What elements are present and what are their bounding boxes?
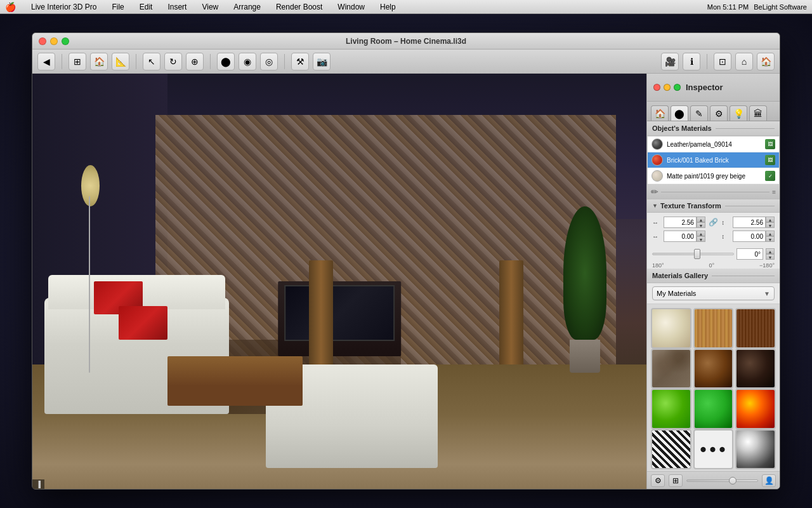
menu-render-boost[interactable]: Render Boost — [273, 3, 325, 11]
circle-tool-button[interactable]: ◎ — [260, 53, 278, 70]
tex-offsetx-stepper[interactable]: ▲ ▼ — [697, 231, 705, 242]
rotation-down[interactable]: ▼ — [766, 254, 775, 260]
material-name-brick: Brick/001 Baked Brick — [667, 157, 761, 164]
info-button[interactable]: ℹ — [683, 53, 700, 70]
tab-light[interactable]: 💡 — [730, 105, 747, 121]
furniture-button[interactable]: 🏠 — [90, 53, 108, 70]
tab-object[interactable]: 🏠 — [651, 105, 669, 121]
window-maximize-button[interactable] — [62, 37, 69, 45]
tex-height-stepper[interactable]: ▲ ▼ — [766, 217, 775, 228]
apple-logo[interactable]: 🍎 — [5, 2, 16, 12]
rotation-up[interactable]: ▲ — [766, 248, 775, 254]
texture-width-row: ↔ ▲ ▼ 🔗 ↕ — [652, 217, 775, 228]
gallery-info-button[interactable]: 👤 — [762, 474, 776, 487]
texture-transform-header[interactable]: ▼ Texture Transform — [647, 199, 780, 213]
gallery-material-fire[interactable] — [735, 389, 776, 429]
tex-offsety-input[interactable] — [733, 231, 766, 242]
menu-view[interactable]: View — [199, 3, 221, 11]
materials-list[interactable]: Leather/pamela_09014 🖼 Brick/001 Baked B… — [647, 136, 780, 185]
view-2d-button[interactable]: ⊡ — [714, 53, 731, 70]
build-tool-button[interactable]: ⚒ — [291, 53, 309, 70]
tex-link-icon[interactable]: 🔗 — [708, 217, 719, 228]
move-tool-button[interactable]: ⊕ — [186, 53, 204, 70]
gallery-material-dark-sphere[interactable] — [735, 349, 776, 389]
material-item-brick[interactable]: Brick/001 Baked Brick 🖼 — [648, 152, 779, 168]
window-minimize-button[interactable] — [50, 37, 58, 45]
view-3d-button[interactable]: ⌂ — [735, 53, 753, 70]
menu-dots-icon[interactable]: ≡ — [772, 189, 776, 196]
gallery-material-spots[interactable] — [693, 429, 734, 470]
ring-tool-button[interactable]: ◉ — [239, 53, 256, 70]
gallery-material-stone[interactable] — [651, 349, 691, 389]
tex-offsetx-up[interactable]: ▲ — [697, 231, 705, 236]
gallery-size-slider-thumb[interactable] — [729, 477, 737, 485]
tex-width-stepper[interactable]: ▲ ▼ — [697, 217, 705, 228]
tab-settings[interactable]: ⚙ — [710, 105, 728, 121]
material-icon-matte: ✓ — [765, 171, 775, 181]
tex-width-up[interactable]: ▲ — [697, 217, 705, 222]
main-toolbar: ◀ ⊞ 🏠 📐 ↖ ↻ ⊕ ⬤ ◉ ◎ ⚒ 📷 🎥 ℹ ⊡ ⌂ 🏠 — [32, 50, 780, 74]
tex-offsetx-input[interactable] — [664, 231, 697, 242]
screenshot-button[interactable]: 📷 — [313, 53, 331, 70]
gallery-grid-button[interactable]: ⊞ — [669, 474, 683, 487]
tex-height-input[interactable] — [733, 217, 766, 228]
tv-unit — [278, 281, 401, 356]
tab-arch[interactable]: 🏛 — [749, 105, 767, 121]
menu-file[interactable]: File — [109, 3, 126, 11]
inspector-min-button[interactable] — [664, 84, 671, 91]
gallery-material-brown-sphere[interactable] — [693, 349, 734, 389]
tex-offsety-stepper[interactable]: ▲ ▼ — [766, 231, 775, 242]
tab-material[interactable]: ⬤ — [671, 105, 688, 121]
pen-icon[interactable]: ✏ — [651, 187, 658, 197]
gallery-material-green-dark[interactable] — [693, 389, 734, 429]
3d-viewport[interactable]: ▐ — [32, 74, 646, 489]
rotation-slider-track[interactable] — [652, 253, 734, 255]
inspector-close-button[interactable] — [653, 84, 660, 91]
tex-height-up[interactable]: ▲ — [766, 217, 775, 222]
tex-width-icon: ↔ — [652, 219, 661, 226]
gallery-settings-button[interactable]: ⚙ — [651, 474, 665, 487]
window-close-button[interactable] — [39, 37, 46, 45]
sphere-tool-button[interactable]: ⬤ — [217, 53, 235, 70]
menu-arrange[interactable]: Arrange — [231, 3, 263, 11]
tex-width-down[interactable]: ▼ — [697, 222, 705, 228]
tex-height-down[interactable]: ▼ — [766, 222, 775, 228]
render-button[interactable]: 🎥 — [661, 53, 679, 70]
menu-help[interactable]: Help — [377, 3, 398, 11]
tex-width-input[interactable] — [664, 217, 697, 228]
gallery-material-cream[interactable] — [651, 308, 691, 349]
gallery-material-green-light[interactable] — [651, 389, 691, 429]
rotation-slider-thumb[interactable] — [694, 249, 700, 259]
gallery-material-zebra[interactable] — [651, 429, 691, 470]
tex-offsety-group: ▲ ▼ — [733, 231, 775, 242]
gallery-material-wood-light[interactable] — [693, 308, 734, 349]
tex-offsetx-down[interactable]: ▼ — [697, 236, 705, 242]
gallery-material-wood-dark[interactable] — [735, 308, 776, 349]
texture-transform-label: Texture Transform — [660, 202, 721, 210]
tab-edit[interactable]: ✎ — [690, 105, 708, 121]
dimensions-button[interactable]: 📐 — [112, 53, 129, 70]
toolbar-sep-4 — [284, 54, 285, 69]
menu-edit[interactable]: Edit — [137, 3, 155, 11]
menu-insert[interactable]: Insert — [165, 3, 189, 11]
tex-offsety-up[interactable]: ▲ — [766, 231, 775, 236]
inspector-zoom-button[interactable] — [674, 84, 681, 91]
menu-app-name[interactable]: Live Interior 3D Pro — [29, 3, 99, 11]
material-item-matte[interactable]: Matte paint/1019 grey beige ✓ — [648, 168, 779, 184]
gallery-dropdown-arrow: ▼ — [764, 290, 770, 297]
tex-offsety-down[interactable]: ▼ — [766, 236, 775, 242]
material-item-leather[interactable]: Leather/pamela_09014 🖼 — [648, 137, 779, 152]
menubar-time: Mon 5:11 PM — [707, 3, 749, 11]
gallery-dropdown[interactable]: My Materials ▼ — [652, 286, 775, 300]
back-button[interactable]: ◀ — [37, 53, 55, 70]
inspector-header: Inspector — [647, 74, 780, 102]
menu-window[interactable]: Window — [335, 3, 367, 11]
rotate-tool-button[interactable]: ↻ — [164, 53, 182, 70]
select-tool-button[interactable]: ↖ — [143, 53, 160, 70]
view-home-button[interactable]: 🏠 — [757, 53, 775, 70]
gallery-material-chrome[interactable] — [735, 429, 776, 470]
floor-plan-button[interactable]: ⊞ — [69, 53, 86, 70]
gallery-size-slider[interactable] — [686, 479, 758, 482]
rotation-value-input[interactable] — [737, 248, 763, 260]
rotation-stepper[interactable]: ▲ ▼ — [766, 248, 775, 260]
